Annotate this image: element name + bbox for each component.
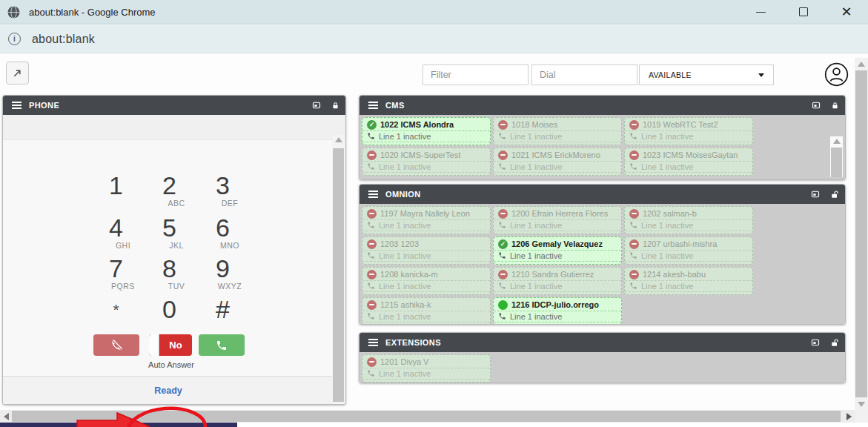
popout-panel-icon[interactable] — [810, 190, 821, 199]
phone-line-icon — [498, 132, 506, 140]
cms-scrollbar[interactable] — [830, 136, 843, 177]
scroll-thumb[interactable] — [855, 70, 867, 397]
contact-card[interactable]: 1020 ICMS-SuperTest Line 1 inactive — [362, 148, 491, 176]
dialpad-key-1[interactable]: 1 — [89, 171, 142, 214]
dialpad-key-3[interactable]: 3DEF — [196, 171, 249, 214]
phone-line-icon — [367, 132, 375, 140]
agent-state-value: AVAILABLE — [649, 70, 692, 79]
vertical-scrollbar[interactable] — [855, 58, 868, 410]
contact-card[interactable]: 1216 IDCP-julio.orrego Line 1 inactive — [493, 297, 622, 325]
status-not-ready-icon — [629, 150, 639, 160]
menu-icon[interactable] — [368, 105, 378, 106]
phone-line-icon — [498, 221, 506, 229]
cms-body: 1022 ICMS Alondra Line 1 inactive 1018 M… — [360, 115, 845, 179]
maximize-icon — [799, 7, 808, 16]
chevron-down-icon — [758, 73, 764, 77]
auto-answer-label: Auto Answer — [123, 360, 219, 369]
dialpad-key-star[interactable]: * — [89, 295, 142, 329]
agent-status-text[interactable]: Ready — [154, 385, 182, 396]
scrollbar-corner — [855, 410, 868, 423]
scroll-thumb[interactable] — [831, 148, 842, 177]
status-ready-icon — [498, 239, 508, 249]
dialpad-key-5[interactable]: 5JKL — [142, 214, 196, 254]
scroll-up-icon[interactable] — [858, 62, 865, 67]
minimize-button[interactable] — [739, 0, 782, 24]
contact-card[interactable]: 1021 ICMS ErickMoreno Line 1 inactive — [493, 148, 622, 176]
call-button[interactable] — [199, 334, 245, 356]
contact-card[interactable]: 1214 akesh-babu Line 1 inactive — [624, 267, 753, 295]
agent-state-select[interactable]: AVAILABLE — [639, 64, 774, 85]
maximize-button[interactable] — [782, 0, 825, 24]
phone-scrollbar[interactable] — [332, 135, 345, 403]
menu-icon[interactable] — [368, 193, 378, 195]
agent-status-bar: Ready — [3, 376, 334, 404]
phone-topstrip — [3, 115, 345, 140]
lock-icon[interactable] — [831, 101, 839, 110]
external-link-icon — [12, 67, 23, 79]
url-text[interactable]: about:blank — [32, 33, 95, 46]
page-info-icon[interactable] — [8, 33, 21, 45]
contact-card[interactable]: 1018 Moises Line 1 inactive — [493, 117, 622, 145]
auto-answer-toggle[interactable]: No — [149, 334, 192, 356]
contact-card[interactable]: 1202 salman-b Line 1 inactive — [624, 206, 753, 234]
unlock-icon[interactable] — [830, 338, 839, 348]
contact-card[interactable]: 1197 Mayra Nallely Leon Line 1 inactive — [362, 206, 491, 234]
status-not-ready-icon — [367, 150, 377, 160]
filter-input[interactable] — [423, 64, 529, 85]
dialpad-key-2[interactable]: 2ABC — [142, 171, 196, 214]
contact-card[interactable]: 1200 Efrain Herrera Flores Line 1 inacti… — [493, 206, 622, 234]
dialpad-key-8[interactable]: 8TUV — [142, 254, 196, 295]
dialpad-key-4[interactable]: 4GHI — [89, 214, 142, 254]
phone-panel-header[interactable]: PHONE — [3, 96, 345, 115]
contact-card[interactable]: 1215 ashika-k Line 1 inactive — [362, 297, 491, 325]
address-bar[interactable]: about:blank — [0, 25, 868, 53]
contact-card[interactable]: 1023 ICMS MoisesGaytan Line 1 inactive — [624, 148, 753, 176]
hangup-button[interactable] — [93, 334, 139, 356]
contact-card[interactable]: 1019 WebRTC Test2 Line 1 inactive — [624, 117, 753, 145]
phone-body: 1 2ABC 3DEF 4GHI 5JKL 6MNO 7PQRS 8TUV 9W… — [3, 115, 345, 404]
dialpad-key-hash[interactable]: # — [196, 295, 249, 329]
dialpad-key-0[interactable]: 0 — [142, 295, 196, 329]
contact-card[interactable]: 1201 Divya V Line 1 inactive — [362, 354, 491, 383]
contact-card[interactable]: 1203 1203 Line 1 inactive — [362, 236, 491, 265]
lock-icon[interactable] — [331, 101, 339, 110]
phone-line-icon — [367, 282, 375, 290]
dialpad-key-7[interactable]: 7PQRS — [89, 254, 142, 295]
popout-window-button[interactable] — [6, 62, 29, 85]
scroll-up-icon[interactable] — [833, 139, 841, 144]
contact-card[interactable]: 1208 kanicka-m Line 1 inactive — [362, 267, 491, 295]
status-not-ready-icon — [629, 270, 639, 279]
cms-panel-header[interactable]: CMS — [360, 96, 845, 115]
scroll-thumb[interactable] — [12, 411, 841, 422]
contact-card[interactable]: 1210 Sandra Gutierrez Line 1 inactive — [493, 267, 622, 295]
contact-card[interactable]: 1206 Gemaly Velazquez Line 1 inactive — [493, 236, 622, 265]
popout-panel-icon[interactable] — [810, 338, 821, 347]
scroll-left-icon[interactable] — [4, 413, 9, 420]
scroll-right-icon[interactable] — [847, 413, 852, 420]
status-not-ready-icon — [367, 239, 377, 249]
scroll-thumb[interactable] — [333, 148, 344, 402]
extensions-panel-header[interactable]: EXTENSIONS — [360, 333, 845, 352]
close-button[interactable]: ✕ — [825, 0, 868, 24]
unlock-icon[interactable] — [830, 190, 839, 199]
menu-icon[interactable] — [368, 342, 378, 343]
status-not-ready-icon — [498, 209, 508, 219]
dialpad-key-9[interactable]: 9WXYZ — [196, 254, 249, 295]
scroll-up-icon[interactable] — [335, 137, 342, 142]
contact-card[interactable]: 1207 urbashi-mishra Line 1 inactive — [624, 236, 753, 265]
phone-line-icon — [498, 162, 506, 171]
omnion-panel-header[interactable]: OMNION — [360, 185, 845, 204]
status-not-ready-icon — [629, 120, 639, 130]
status-ready-icon — [367, 120, 377, 130]
popout-panel-icon[interactable] — [311, 101, 322, 110]
phone-panel-title: PHONE — [29, 101, 59, 110]
dialpad-key-6[interactable]: 6MNO — [196, 214, 249, 254]
horizontal-scrollbar[interactable] — [0, 410, 855, 423]
popout-panel-icon[interactable] — [811, 101, 821, 110]
scroll-down-icon[interactable] — [858, 402, 865, 407]
menu-icon[interactable] — [12, 105, 21, 106]
window-title: about:blank - Google Chrome — [29, 7, 156, 18]
contact-card[interactable]: 1022 ICMS Alondra Line 1 inactive — [362, 117, 491, 145]
dial-input[interactable] — [531, 64, 637, 85]
user-avatar-icon[interactable] — [824, 62, 849, 87]
